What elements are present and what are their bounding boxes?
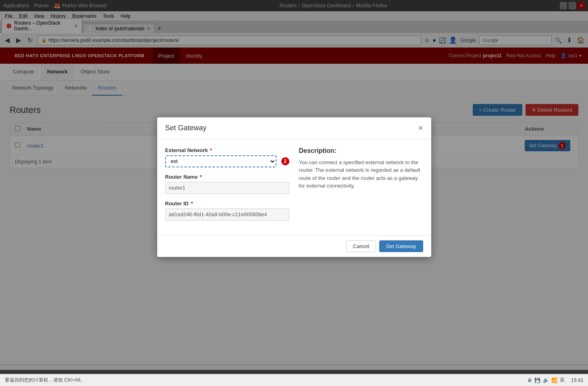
modal-body: External Network * ext 2 Router Name * bbox=[157, 139, 431, 235]
tray-icons: 🖥 💾 🔊 📶 英 bbox=[527, 377, 565, 384]
router-name-group: Router Name * bbox=[165, 174, 289, 194]
lang-indicator: 英 bbox=[560, 377, 565, 384]
router-id-input[interactable] bbox=[165, 209, 289, 221]
status-bar: 要返回到您的计算机，请按 Ctrl+Alt。 🖥 💾 🔊 📶 英 15:43 bbox=[0, 374, 588, 386]
tray-icon-2: 💾 bbox=[534, 378, 540, 383]
external-network-label: External Network * bbox=[165, 147, 289, 153]
external-network-badge: 2 bbox=[281, 157, 289, 165]
set-gateway-modal: Set Gateway × External Network * ext 2 bbox=[157, 117, 431, 257]
modal-overlay: Set Gateway × External Network * ext 2 bbox=[0, 0, 588, 374]
desc-title: Description: bbox=[299, 147, 423, 154]
tray-icon-4: 📶 bbox=[551, 378, 557, 383]
router-name-required: * bbox=[200, 174, 202, 180]
router-id-required: * bbox=[191, 200, 193, 207]
modal-footer: Cancel Set Gateway bbox=[157, 235, 431, 257]
external-network-row: ext 2 bbox=[165, 155, 289, 167]
status-bar-right: 🖥 💾 🔊 📶 英 15:43 bbox=[527, 377, 583, 384]
tray-icon-1: 🖥 bbox=[527, 378, 532, 383]
modal-form: External Network * ext 2 Router Name * bbox=[165, 147, 289, 227]
tray-icon-3: 🔊 bbox=[543, 378, 549, 383]
modal-description: Description: You can connect a specified… bbox=[299, 147, 423, 227]
desc-text: You can connect a specified external net… bbox=[299, 159, 423, 190]
external-network-select[interactable]: ext bbox=[165, 155, 276, 167]
cancel-button[interactable]: Cancel bbox=[346, 240, 376, 252]
modal-title: Set Gateway bbox=[165, 124, 207, 132]
status-message: 要返回到您的计算机，请按 Ctrl+Alt。 bbox=[5, 377, 85, 384]
confirm-set-gateway-button[interactable]: Set Gateway bbox=[379, 240, 423, 252]
router-name-label: Router Name * bbox=[165, 174, 289, 180]
router-id-group: Router ID * bbox=[165, 200, 289, 221]
external-network-group: External Network * ext 2 bbox=[165, 147, 289, 167]
status-time: 15:43 bbox=[571, 378, 583, 383]
router-name-input[interactable] bbox=[165, 182, 289, 194]
external-network-required: * bbox=[210, 147, 212, 153]
modal-header: Set Gateway × bbox=[157, 117, 431, 139]
modal-close-button[interactable]: × bbox=[418, 124, 423, 132]
router-id-label: Router ID * bbox=[165, 200, 289, 207]
